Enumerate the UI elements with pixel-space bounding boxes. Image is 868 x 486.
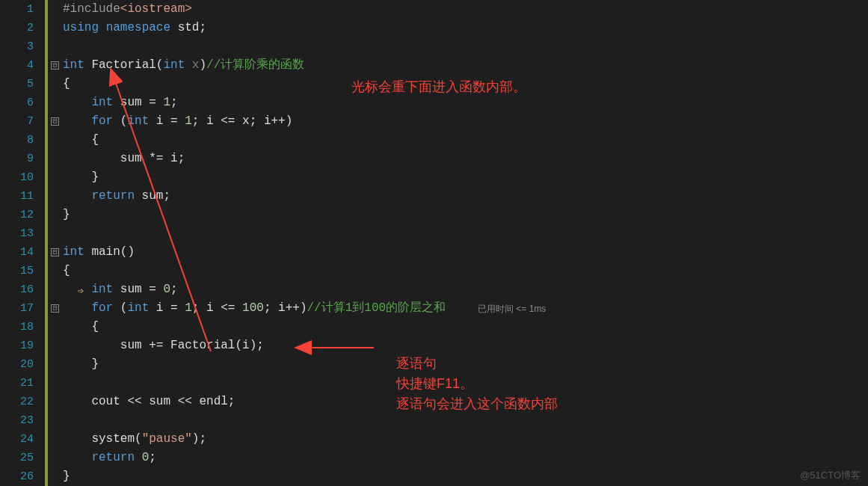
line-number-gutter: 1 2 3 4 5 6 7 8 9 10 11 12 13 14 15 16 1… [0,0,45,486]
code-line[interactable]: { [63,262,868,280]
code-line[interactable]: { [63,131,868,150]
line-number: 14 [0,243,34,262]
line-number: 22 [0,393,34,411]
fold-minus-icon[interactable]: ⊟ [51,304,59,313]
code-line[interactable]: for (int i = 1; i <= 100; i++)//计算1到100的… [63,299,868,318]
code-line[interactable]: } [63,206,868,224]
code-line[interactable] [63,374,868,393]
code-line[interactable]: int Factorial(int x)//计算阶乘的函数 [63,56,868,75]
code-line[interactable]: int sum = 1; [63,93,868,112]
fold-minus-icon[interactable]: ⊟ [51,61,59,70]
code-line[interactable]: { [63,75,868,93]
line-number: 18 [0,318,34,336]
line-number: 23 [0,411,34,430]
line-number: 12 [0,206,34,224]
code-line[interactable]: } [63,467,868,486]
code-line[interactable]: int main() [63,243,868,262]
line-number: 2 [0,19,34,37]
code-line[interactable]: } [63,168,868,187]
line-number: 9 [0,150,34,168]
code-line[interactable]: for (int i = 1; i <= x; i++) [63,112,868,131]
line-number: 5 [0,75,34,93]
line-number: 11 [0,187,34,206]
line-number: 16 [0,280,34,299]
line-number: 13 [0,224,34,243]
code-line[interactable]: { [63,318,868,336]
line-number: 3 [0,37,34,56]
line-number: 21 [0,374,34,393]
line-number: 25 [0,449,34,467]
code-content[interactable]: #include<iostream> using namespace std; … [63,0,868,486]
watermark: @51CTO博客 [800,469,861,482]
code-line[interactable]: sum += Factorial(i); [63,336,868,355]
code-line[interactable] [63,224,868,243]
code-line[interactable]: return sum; [63,187,868,206]
code-editor[interactable]: 1 2 3 4 5 6 7 8 9 10 11 12 13 14 15 16 1… [0,0,868,486]
line-number: 6 [0,93,34,112]
line-number: 20 [0,355,34,374]
timing-hint: 已用时间 <= 1ms [478,303,546,316]
line-number: 8 [0,131,34,150]
line-number: 10 [0,168,34,187]
fold-column: ⊟ ⊟ ⊟ ⊟ [49,0,63,486]
line-number: 24 [0,430,34,449]
line-number: 4 [0,56,34,75]
code-line[interactable]: return 0; [63,449,868,467]
change-bar [45,243,48,486]
fold-minus-icon[interactable]: ⊟ [51,117,59,126]
code-line[interactable]: using namespace std; [63,19,868,37]
code-line[interactable]: #include<iostream> [63,0,868,19]
line-number: 17 [0,299,34,318]
line-number: 7 [0,112,34,131]
code-line[interactable]: system("pause"); [63,430,868,449]
line-number: 19 [0,336,34,355]
code-line[interactable]: sum *= i; [63,150,868,168]
code-line[interactable] [63,37,868,56]
line-number: 15 [0,262,34,280]
change-bar [45,0,48,243]
code-line[interactable]: ➩ int sum = 0; [63,280,868,299]
code-line[interactable]: cout << sum << endl; [63,393,868,411]
line-number: 26 [0,467,34,486]
code-line[interactable] [63,411,868,430]
fold-minus-icon[interactable]: ⊟ [51,248,59,256]
code-line[interactable]: } [63,355,868,374]
line-number: 1 [0,0,34,19]
